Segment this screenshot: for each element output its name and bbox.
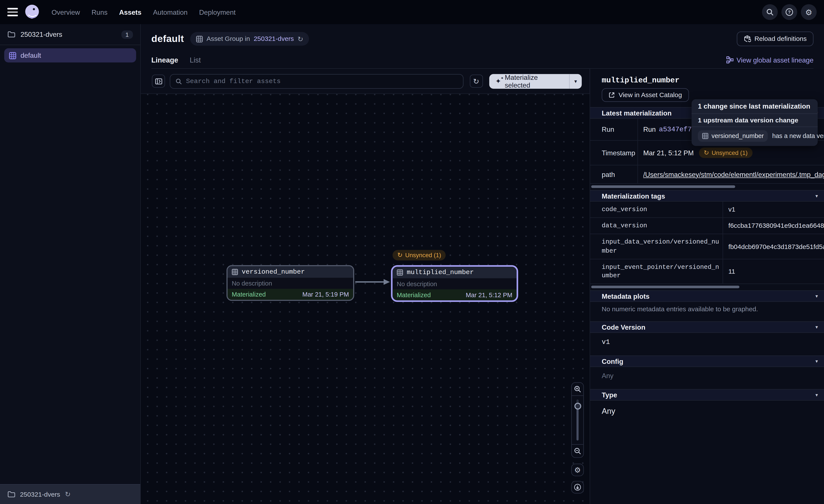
- help-icon[interactable]: ?: [781, 4, 797, 20]
- settings-gear-icon[interactable]: ⚙: [801, 4, 817, 20]
- hamburger-menu-icon[interactable]: [7, 8, 18, 16]
- nav-items: Overview Runs Assets Automation Deployme…: [51, 8, 235, 16]
- tag-row: data_version f6ccba1776380941e9cd1ea6648…: [590, 218, 824, 235]
- svg-text:?: ?: [788, 9, 791, 14]
- chevron-down-icon[interactable]: ▼: [815, 359, 819, 364]
- section-type[interactable]: Type ▼: [590, 389, 824, 401]
- asset-search-box: [170, 74, 463, 89]
- download-graph-button[interactable]: [571, 481, 584, 493]
- popup-subtitle: 1 upstream data version change: [698, 117, 811, 124]
- section-config[interactable]: Config ▼: [590, 356, 824, 367]
- section-metadata-plots[interactable]: Metadata plots ▼: [590, 290, 824, 302]
- view-in-asset-catalog-button[interactable]: View in Asset Catalog: [602, 88, 689, 102]
- topnav-actions: ? ⚙: [762, 4, 817, 20]
- search-icon: [176, 78, 182, 84]
- nav-item-deployment[interactable]: Deployment: [199, 8, 235, 16]
- chevron-down-icon[interactable]: ▼: [815, 294, 819, 298]
- reload-definitions-button[interactable]: Reload definitions: [736, 31, 813, 46]
- table-icon: [397, 269, 403, 276]
- reload-repo-icon[interactable]: ↻: [65, 491, 71, 498]
- sidebar: 250321-dvers 1 default 250321-dvers ↻: [0, 24, 141, 504]
- lineage-edge-arrow: [354, 278, 391, 286]
- tab-list[interactable]: List: [190, 56, 201, 64]
- panel-expand-icon: [155, 78, 162, 84]
- section-heading: Metadata plots: [602, 292, 649, 300]
- section-heading: Type: [602, 391, 617, 399]
- asset-group-badge: Asset Group in 250321-dvers ↻: [190, 32, 309, 46]
- tag-value: v1: [723, 202, 824, 217]
- unsynced-badge[interactable]: ↻ Unsynced (1): [699, 147, 752, 158]
- run-id-link[interactable]: a5347ef7: [659, 125, 692, 133]
- tag-value: f6ccba1776380941e9cd1ea66481d: [723, 218, 824, 234]
- code-version-value: v1: [590, 333, 824, 350]
- lineage-canvas[interactable]: ↻ Unsynced (1) versioned_number No descr…: [141, 94, 590, 504]
- popup-title: 1 change since last materialization: [698, 102, 811, 110]
- zoom-out-button[interactable]: [572, 445, 583, 457]
- lineage-toolbar: ↻ ✦✦ Materialize selected ▾: [141, 69, 590, 94]
- zoom-in-button[interactable]: [572, 383, 583, 395]
- config-value: Any: [590, 367, 824, 384]
- cube-reload-icon: [743, 35, 751, 43]
- nav-item-automation[interactable]: Automation: [153, 8, 188, 16]
- node-status: Materialized: [397, 291, 431, 298]
- timestamp-value: Mar 21, 5:12 PM: [643, 149, 694, 157]
- page-header: default Asset Group in 250321-dvers ↻ Re…: [141, 24, 824, 69]
- unsynced-clock-icon: ↻: [397, 252, 403, 258]
- zoom-slider[interactable]: [572, 395, 583, 445]
- tag-value: fb04dcb6970e4c3d1873de51fd5a5: [723, 234, 824, 259]
- materialization-path-link[interactable]: /Users/smackesey/stm/code/elementl/exper…: [643, 170, 824, 178]
- nav-item-assets[interactable]: Assets: [119, 8, 141, 16]
- asset-node-multiplied-number[interactable]: multiplied_number No description Materia…: [391, 265, 518, 302]
- run-prefix: Run: [643, 125, 656, 133]
- table-icon: [232, 269, 238, 275]
- tag-row: input_data_version/versioned_number fb04…: [590, 234, 824, 259]
- section-materialization-tags[interactable]: Materialization tags ▼: [590, 190, 824, 202]
- chevron-down-icon[interactable]: ▼: [815, 194, 819, 198]
- sidebar-item-default-group[interactable]: default: [4, 48, 136, 62]
- asset-grid-icon: [9, 52, 16, 59]
- sidebar-footer-repo-name: 250321-dvers: [20, 491, 60, 498]
- section-code-version[interactable]: Code Version ▼: [590, 322, 824, 333]
- search-icon[interactable]: [762, 4, 778, 20]
- folder-icon: [7, 31, 15, 38]
- folder-icon: [7, 491, 15, 498]
- nav-item-runs[interactable]: Runs: [92, 8, 108, 16]
- nav-item-overview[interactable]: Overview: [51, 8, 80, 16]
- unsynced-label: Unsynced (1): [712, 150, 747, 156]
- graph-settings-button[interactable]: ⚙: [571, 464, 584, 476]
- search-input[interactable]: [186, 78, 457, 85]
- asset-group-badge-repo-link[interactable]: 250321-dvers: [254, 35, 294, 43]
- timestamp-row-label: Timestamp: [590, 141, 637, 165]
- asset-node-versioned-number[interactable]: versioned_number No description Material…: [226, 265, 354, 301]
- section-heading: Config: [602, 357, 623, 365]
- tab-lineage[interactable]: Lineage: [151, 56, 178, 64]
- changes-popup: 1 change since last materialization 1 up…: [692, 99, 818, 146]
- chevron-down-icon[interactable]: ▼: [815, 325, 819, 330]
- materialize-selected-button[interactable]: ✦✦ Materialize selected ▾: [489, 74, 582, 89]
- upstream-asset-name: versioned_number: [712, 132, 764, 140]
- graph-unsynced-badge[interactable]: ↻ Unsynced (1): [393, 250, 446, 260]
- horizontal-scrollbar[interactable]: [590, 184, 824, 190]
- section-heading: Materialization tags: [602, 192, 665, 200]
- node-name: multiplied_number: [407, 269, 474, 276]
- upstream-asset-pill[interactable]: versioned_number: [698, 130, 768, 142]
- popup-message: has a new data version: [772, 132, 824, 140]
- zoom-out-icon: [574, 447, 581, 455]
- node-description: No description: [232, 280, 272, 287]
- graph-unsynced-label: Unsynced (1): [405, 252, 441, 258]
- node-name: versioned_number: [242, 268, 305, 276]
- dagster-logo-icon[interactable]: [24, 4, 40, 20]
- zoom-slider-knob[interactable]: [574, 403, 581, 410]
- horizontal-scrollbar[interactable]: [590, 284, 824, 290]
- sidebar-repo-row[interactable]: 250321-dvers 1: [0, 24, 140, 45]
- materialize-dropdown-caret[interactable]: ▾: [569, 74, 582, 89]
- view-global-asset-lineage-link[interactable]: View global asset lineage: [726, 56, 813, 64]
- node-timestamp: Mar 21, 5:19 PM: [302, 291, 349, 298]
- refresh-icon[interactable]: ↻: [298, 35, 303, 42]
- reload-definitions-label: Reload definitions: [754, 35, 807, 43]
- sidebar-footer[interactable]: 250321-dvers ↻: [0, 484, 140, 504]
- refresh-graph-button[interactable]: ↻: [470, 75, 483, 88]
- collapse-sidebar-button[interactable]: [152, 75, 165, 88]
- chevron-down-icon[interactable]: ▼: [815, 393, 819, 397]
- sparkle-icon: ✦✦: [495, 78, 501, 85]
